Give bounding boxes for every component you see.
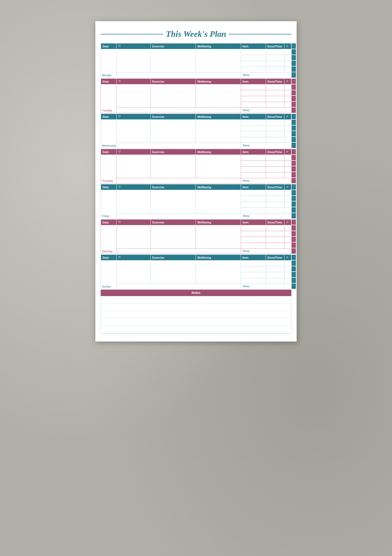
check-cell-tuesday-1[interactable] [284, 90, 291, 96]
dose-cell-thursday-2[interactable] [266, 167, 284, 172]
dose-cell-monday-0[interactable] [266, 49, 284, 55]
check-cell-saturday-3[interactable] [284, 243, 291, 249]
dose-cell-wednesday-0[interactable] [266, 120, 284, 125]
dose-cell-thursday-0[interactable] [266, 155, 284, 161]
check-cell-thursday-0[interactable] [284, 155, 291, 161]
heart-cell-thursday[interactable] [116, 155, 150, 178]
dose-cell-wednesday-3[interactable] [266, 137, 284, 143]
heart-cell-friday[interactable] [116, 190, 150, 213]
item-cell-tuesday-2[interactable] [241, 96, 266, 102]
item-cell-friday-0[interactable] [241, 190, 266, 196]
check-cell-sunday-2[interactable] [284, 272, 291, 278]
dose-cell-friday-0[interactable] [266, 190, 284, 196]
wellbeing-cell-monday[interactable] [196, 49, 241, 73]
dose-cell-thursday-3[interactable] [266, 172, 284, 178]
dose-cell-friday-2[interactable] [266, 202, 284, 208]
check-cell-thursday-2[interactable] [284, 167, 291, 172]
item-cell-monday-2[interactable] [241, 61, 266, 67]
exercise-cell-friday[interactable] [150, 190, 195, 213]
dose-cell-saturday-3[interactable] [266, 243, 284, 249]
check-cell-wednesday-2[interactable] [284, 131, 291, 137]
dose-cell-saturday-1[interactable] [266, 231, 284, 237]
check-cell-tuesday-3[interactable] [284, 102, 291, 108]
check-cell-sunday-3[interactable] [284, 278, 291, 284]
notes-line[interactable] [101, 311, 291, 319]
dose-cell-monday-3[interactable] [266, 67, 284, 73]
item-cell-friday-3[interactable] [241, 208, 266, 213]
check-cell-saturday-1[interactable] [284, 231, 291, 237]
exercise-cell-wednesday[interactable] [150, 120, 195, 143]
check-cell-saturday-2[interactable] [284, 237, 291, 243]
item-cell-thursday-1[interactable] [241, 161, 266, 167]
dose-cell-saturday-0[interactable] [266, 225, 284, 231]
check-cell-sunday-0[interactable] [284, 261, 291, 266]
dose-cell-tuesday-3[interactable] [266, 102, 284, 108]
wellbeing-cell-saturday[interactable] [196, 225, 241, 249]
check-cell-thursday-3[interactable] [284, 172, 291, 178]
heart-cell-saturday[interactable] [116, 225, 150, 249]
item-cell-sunday-3[interactable] [241, 278, 266, 284]
dose-cell-sunday-0[interactable] [266, 261, 284, 266]
item-cell-sunday-0[interactable] [241, 261, 266, 266]
item-cell-thursday-0[interactable] [241, 155, 266, 161]
item-cell-sunday-2[interactable] [241, 272, 266, 278]
heart-cell-sunday[interactable] [116, 261, 150, 284]
dose-cell-thursday-1[interactable] [266, 161, 284, 167]
check-cell-sunday-1[interactable] [284, 266, 291, 272]
item-cell-wednesday-1[interactable] [241, 125, 266, 131]
item-cell-monday-1[interactable] [241, 55, 266, 61]
check-cell-monday-1[interactable] [284, 55, 291, 61]
dose-cell-sunday-2[interactable] [266, 272, 284, 278]
check-cell-monday-3[interactable] [284, 67, 291, 73]
item-cell-tuesday-3[interactable] [241, 102, 266, 108]
notes-line[interactable] [101, 296, 291, 304]
exercise-cell-sunday[interactable] [150, 261, 195, 284]
check-cell-friday-0[interactable] [284, 190, 291, 196]
notes-line[interactable] [101, 319, 291, 326]
dose-cell-saturday-2[interactable] [266, 237, 284, 243]
dose-cell-tuesday-2[interactable] [266, 96, 284, 102]
notes-line[interactable] [101, 326, 291, 333]
dose-cell-tuesday-1[interactable] [266, 90, 284, 96]
exercise-cell-thursday[interactable] [150, 155, 195, 178]
dose-cell-monday-2[interactable] [266, 61, 284, 67]
check-cell-tuesday-2[interactable] [284, 96, 291, 102]
exercise-cell-saturday[interactable] [150, 225, 195, 249]
wellbeing-cell-wednesday[interactable] [196, 120, 241, 143]
check-cell-wednesday-0[interactable] [284, 120, 291, 125]
check-cell-friday-2[interactable] [284, 202, 291, 208]
item-cell-friday-1[interactable] [241, 196, 266, 202]
check-cell-saturday-0[interactable] [284, 225, 291, 231]
wellbeing-cell-tuesday[interactable] [196, 84, 241, 108]
dose-cell-wednesday-1[interactable] [266, 125, 284, 131]
check-cell-tuesday-0[interactable] [284, 84, 291, 90]
item-cell-wednesday-2[interactable] [241, 131, 266, 137]
check-cell-monday-0[interactable] [284, 49, 291, 55]
item-cell-saturday-1[interactable] [241, 231, 266, 237]
dose-cell-tuesday-0[interactable] [266, 84, 284, 90]
check-cell-friday-3[interactable] [284, 208, 291, 213]
wellbeing-cell-thursday[interactable] [196, 155, 241, 178]
heart-cell-tuesday[interactable] [116, 84, 150, 108]
exercise-cell-monday[interactable] [150, 49, 195, 73]
item-cell-saturday-2[interactable] [241, 237, 266, 243]
check-cell-thursday-1[interactable] [284, 161, 291, 167]
item-cell-thursday-3[interactable] [241, 172, 266, 178]
dose-cell-wednesday-2[interactable] [266, 131, 284, 137]
item-cell-monday-3[interactable] [241, 67, 266, 73]
notes-line[interactable] [101, 304, 291, 311]
check-cell-friday-1[interactable] [284, 196, 291, 202]
item-cell-monday-0[interactable] [241, 49, 266, 55]
item-cell-thursday-2[interactable] [241, 167, 266, 172]
item-cell-saturday-0[interactable] [241, 225, 266, 231]
wellbeing-cell-sunday[interactable] [196, 261, 241, 284]
item-cell-saturday-3[interactable] [241, 243, 266, 249]
dose-cell-friday-3[interactable] [266, 208, 284, 213]
item-cell-wednesday-3[interactable] [241, 137, 266, 143]
wellbeing-cell-friday[interactable] [196, 190, 241, 213]
item-cell-tuesday-1[interactable] [241, 90, 266, 96]
item-cell-sunday-1[interactable] [241, 266, 266, 272]
exercise-cell-tuesday[interactable] [150, 84, 195, 108]
check-cell-wednesday-1[interactable] [284, 125, 291, 131]
item-cell-tuesday-0[interactable] [241, 84, 266, 90]
